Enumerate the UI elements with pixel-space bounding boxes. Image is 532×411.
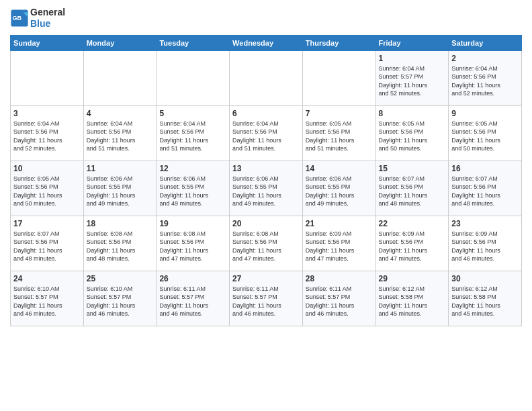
day-number: 12 <box>159 164 226 173</box>
day-info: Sunrise: 6:12 AM Sunset: 5:58 PM Dayligh… <box>451 285 519 318</box>
day-cell: 5Sunrise: 6:04 AM Sunset: 5:56 PM Daylig… <box>157 105 230 161</box>
svg-text:GB: GB <box>13 15 22 21</box>
day-info: Sunrise: 6:05 AM Sunset: 5:56 PM Dayligh… <box>451 120 519 153</box>
day-number: 24 <box>13 274 81 283</box>
day-cell: 9Sunrise: 6:05 AM Sunset: 5:56 PM Daylig… <box>449 105 522 161</box>
day-cell: 4Sunrise: 6:04 AM Sunset: 5:56 PM Daylig… <box>83 105 157 161</box>
header-day-sunday: Sunday <box>11 35 84 50</box>
week-row-2: 3Sunrise: 6:04 AM Sunset: 5:56 PM Daylig… <box>11 105 522 161</box>
day-number: 13 <box>232 164 300 173</box>
day-number: 16 <box>451 164 519 173</box>
day-info: Sunrise: 6:07 AM Sunset: 5:56 PM Dayligh… <box>379 175 446 208</box>
day-number: 10 <box>13 164 81 173</box>
calendar-table: SundayMondayTuesdayWednesdayThursdayFrid… <box>10 35 522 326</box>
day-cell: 25Sunrise: 6:10 AM Sunset: 5:57 PM Dayli… <box>83 271 157 326</box>
day-info: Sunrise: 6:06 AM Sunset: 5:55 PM Dayligh… <box>232 175 300 208</box>
day-cell: 14Sunrise: 6:06 AM Sunset: 5:55 PM Dayli… <box>302 161 375 216</box>
day-info: Sunrise: 6:10 AM Sunset: 5:57 PM Dayligh… <box>87 285 154 318</box>
day-number: 2 <box>451 54 519 63</box>
day-info: Sunrise: 6:11 AM Sunset: 5:57 PM Dayligh… <box>306 285 373 318</box>
day-number: 5 <box>159 109 226 118</box>
day-cell: 22Sunrise: 6:09 AM Sunset: 5:56 PM Dayli… <box>375 216 449 271</box>
day-info: Sunrise: 6:09 AM Sunset: 5:56 PM Dayligh… <box>451 230 519 263</box>
day-info: Sunrise: 6:11 AM Sunset: 5:57 PM Dayligh… <box>159 285 226 318</box>
day-info: Sunrise: 6:04 AM Sunset: 5:56 PM Dayligh… <box>451 64 519 98</box>
day-info: Sunrise: 6:10 AM Sunset: 5:57 PM Dayligh… <box>13 285 81 318</box>
day-info: Sunrise: 6:04 AM Sunset: 5:57 PM Dayligh… <box>379 64 446 98</box>
day-info: Sunrise: 6:05 AM Sunset: 5:56 PM Dayligh… <box>13 175 81 208</box>
day-info: Sunrise: 6:05 AM Sunset: 5:56 PM Dayligh… <box>306 120 373 153</box>
week-row-1: 1Sunrise: 6:04 AM Sunset: 5:57 PM Daylig… <box>11 50 522 105</box>
day-cell: 15Sunrise: 6:07 AM Sunset: 5:56 PM Dayli… <box>375 161 449 216</box>
day-number: 28 <box>306 274 373 283</box>
day-cell: 24Sunrise: 6:10 AM Sunset: 5:57 PM Dayli… <box>11 271 84 326</box>
day-cell: 8Sunrise: 6:05 AM Sunset: 5:56 PM Daylig… <box>375 105 449 161</box>
day-info: Sunrise: 6:07 AM Sunset: 5:56 PM Dayligh… <box>451 175 519 208</box>
header-row: SundayMondayTuesdayWednesdayThursdayFrid… <box>11 35 522 50</box>
day-info: Sunrise: 6:09 AM Sunset: 5:56 PM Dayligh… <box>379 230 446 263</box>
day-cell <box>11 50 84 105</box>
day-number: 18 <box>87 219 154 228</box>
day-number: 8 <box>379 109 446 118</box>
day-info: Sunrise: 6:05 AM Sunset: 5:56 PM Dayligh… <box>379 120 446 153</box>
week-row-4: 17Sunrise: 6:07 AM Sunset: 5:56 PM Dayli… <box>11 216 522 271</box>
day-info: Sunrise: 6:07 AM Sunset: 5:56 PM Dayligh… <box>13 230 81 263</box>
day-number: 21 <box>306 219 373 228</box>
day-info: Sunrise: 6:04 AM Sunset: 5:56 PM Dayligh… <box>13 120 81 153</box>
day-cell: 12Sunrise: 6:06 AM Sunset: 5:55 PM Dayli… <box>157 161 230 216</box>
day-cell: 16Sunrise: 6:07 AM Sunset: 5:56 PM Dayli… <box>449 161 522 216</box>
day-cell: 28Sunrise: 6:11 AM Sunset: 5:57 PM Dayli… <box>302 271 375 326</box>
logo-icon: GB <box>10 9 29 28</box>
day-cell: 20Sunrise: 6:08 AM Sunset: 5:56 PM Dayli… <box>230 216 303 271</box>
page-container: GB General Blue SundayMondayTuesdayWedne… <box>0 0 532 333</box>
day-cell: 30Sunrise: 6:12 AM Sunset: 5:58 PM Dayli… <box>449 271 522 326</box>
day-cell: 23Sunrise: 6:09 AM Sunset: 5:56 PM Dayli… <box>449 216 522 271</box>
day-cell: 17Sunrise: 6:07 AM Sunset: 5:56 PM Dayli… <box>11 216 84 271</box>
day-info: Sunrise: 6:11 AM Sunset: 5:57 PM Dayligh… <box>232 285 300 318</box>
day-number: 20 <box>232 219 300 228</box>
day-number: 1 <box>379 54 446 63</box>
day-number: 22 <box>379 219 446 228</box>
logo-text: General Blue <box>30 7 65 30</box>
day-info: Sunrise: 6:06 AM Sunset: 5:55 PM Dayligh… <box>159 175 226 208</box>
day-info: Sunrise: 6:12 AM Sunset: 5:58 PM Dayligh… <box>379 285 446 318</box>
logo: GB General Blue <box>10 7 65 30</box>
day-number: 3 <box>13 109 81 118</box>
week-row-3: 10Sunrise: 6:05 AM Sunset: 5:56 PM Dayli… <box>11 161 522 216</box>
day-cell: 27Sunrise: 6:11 AM Sunset: 5:57 PM Dayli… <box>230 271 303 326</box>
day-number: 15 <box>379 164 446 173</box>
day-cell: 18Sunrise: 6:08 AM Sunset: 5:56 PM Dayli… <box>83 216 157 271</box>
day-info: Sunrise: 6:06 AM Sunset: 5:55 PM Dayligh… <box>87 175 154 208</box>
day-info: Sunrise: 6:04 AM Sunset: 5:56 PM Dayligh… <box>159 120 226 153</box>
day-number: 4 <box>87 109 154 118</box>
day-cell: 2Sunrise: 6:04 AM Sunset: 5:56 PM Daylig… <box>449 50 522 105</box>
day-number: 29 <box>379 274 446 283</box>
day-info: Sunrise: 6:08 AM Sunset: 5:56 PM Dayligh… <box>159 230 226 263</box>
header-day-tuesday: Tuesday <box>157 35 230 50</box>
header-day-friday: Friday <box>375 35 449 50</box>
day-cell: 1Sunrise: 6:04 AM Sunset: 5:57 PM Daylig… <box>375 50 449 105</box>
day-cell: 11Sunrise: 6:06 AM Sunset: 5:55 PM Dayli… <box>83 161 157 216</box>
day-cell: 6Sunrise: 6:04 AM Sunset: 5:56 PM Daylig… <box>230 105 303 161</box>
day-number: 27 <box>232 274 300 283</box>
day-cell: 26Sunrise: 6:11 AM Sunset: 5:57 PM Dayli… <box>157 271 230 326</box>
day-cell: 19Sunrise: 6:08 AM Sunset: 5:56 PM Dayli… <box>157 216 230 271</box>
header-day-saturday: Saturday <box>449 35 522 50</box>
day-number: 7 <box>306 109 373 118</box>
day-info: Sunrise: 6:09 AM Sunset: 5:56 PM Dayligh… <box>306 230 373 263</box>
week-row-5: 24Sunrise: 6:10 AM Sunset: 5:57 PM Dayli… <box>11 271 522 326</box>
day-number: 17 <box>13 219 81 228</box>
day-cell: 29Sunrise: 6:12 AM Sunset: 5:58 PM Dayli… <box>375 271 449 326</box>
header-day-thursday: Thursday <box>302 35 375 50</box>
header: GB General Blue <box>10 7 522 30</box>
day-cell <box>157 50 230 105</box>
day-number: 25 <box>87 274 154 283</box>
header-day-wednesday: Wednesday <box>230 35 303 50</box>
day-number: 23 <box>451 219 519 228</box>
day-info: Sunrise: 6:04 AM Sunset: 5:56 PM Dayligh… <box>87 120 154 153</box>
day-info: Sunrise: 6:06 AM Sunset: 5:55 PM Dayligh… <box>306 175 373 208</box>
day-number: 30 <box>451 274 519 283</box>
day-number: 19 <box>159 219 226 228</box>
day-info: Sunrise: 6:08 AM Sunset: 5:56 PM Dayligh… <box>232 230 300 263</box>
day-cell <box>83 50 157 105</box>
